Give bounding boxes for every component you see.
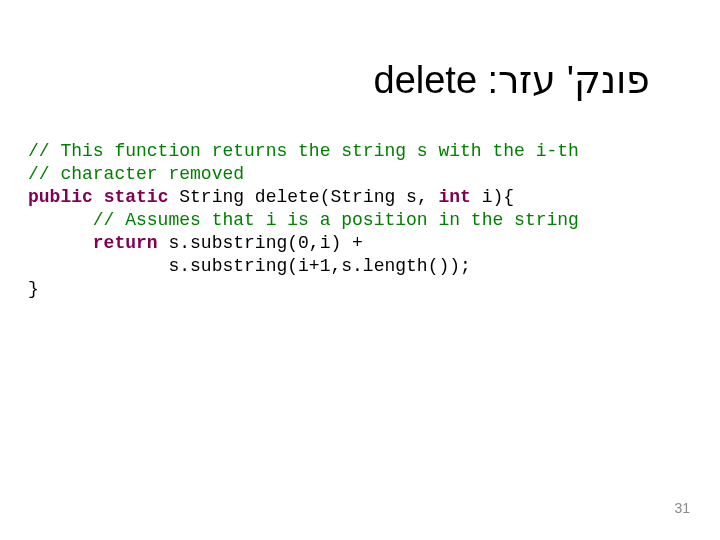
title-hebrew: פונק' עזר: xyxy=(477,59,650,101)
sig-tail: i){ xyxy=(471,187,514,207)
code-block: // This function returns the string s wi… xyxy=(28,140,579,301)
slide: פונק' עזר: delete // This function retur… xyxy=(0,0,720,540)
close-brace: } xyxy=(28,279,39,299)
kw-int: int xyxy=(439,187,471,207)
type-string: String xyxy=(179,187,244,207)
return-rest: s.substring(0,i) + xyxy=(158,233,363,253)
indent-return xyxy=(28,233,93,253)
sig-rest: delete(String s, xyxy=(244,187,438,207)
comment-line-2: // character removed xyxy=(28,164,244,184)
slide-title: פונק' עזר: delete xyxy=(374,58,650,102)
kw-static: static xyxy=(104,187,169,207)
concat-line: s.substring(i+1,s.length()); xyxy=(28,256,471,276)
title-latin: delete xyxy=(374,59,478,101)
comment-line-1: // This function returns the string s wi… xyxy=(28,141,579,161)
kw-public: public xyxy=(28,187,93,207)
comment-line-3: // Assumes that i is a position in the s… xyxy=(28,210,579,230)
page-number: 31 xyxy=(674,500,690,516)
kw-return: return xyxy=(93,233,158,253)
